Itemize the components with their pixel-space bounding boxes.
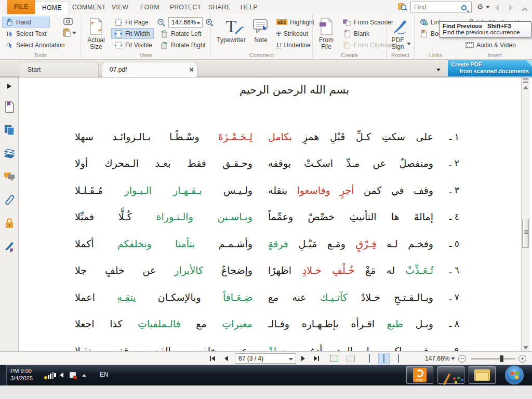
hand-tool-button[interactable]: Hand <box>2 17 50 28</box>
select-annotation-icon <box>5 41 14 49</box>
tab-home[interactable]: HOME <box>35 1 69 14</box>
pdf-sign-button[interactable]: PDF Sign <box>389 16 413 50</box>
hidden-icons-arrow[interactable] <box>82 374 86 377</box>
pages-panel-icon[interactable] <box>4 124 15 136</box>
select-annotation-button[interactable]: Select Annotation <box>2 39 74 50</box>
signature-panel-icon[interactable] <box>4 241 15 252</box>
zoom-combobox[interactable]: 147.66% <box>168 17 203 28</box>
find-search-icon[interactable] <box>461 3 467 12</box>
scroll-up-arrow[interactable] <box>523 86 528 89</box>
from-file-button[interactable]: From File <box>316 16 337 50</box>
fit-width-button[interactable]: Fit Width <box>111 28 154 39</box>
underline-label: Underline <box>284 42 310 49</box>
find-options-button[interactable]: ⚙ <box>477 3 490 11</box>
verse-hemistich-right: وبـالـفـتـحِ خـلادٌ كآتـيـك عنه مع <box>268 291 433 303</box>
scroll-down-arrow[interactable] <box>523 346 528 350</box>
facing-view-button[interactable] <box>393 352 404 365</box>
select-text-button[interactable]: T Select Text <box>2 28 60 39</box>
rotate-left-label: Rotate Left <box>171 30 202 37</box>
tab-start-label: Start <box>28 66 41 73</box>
scrollbar-thumb[interactable] <box>522 219 529 248</box>
page-number-box[interactable]: 67 (3 / 4) <box>235 353 296 364</box>
network-icon[interactable] <box>46 372 54 379</box>
highlight-label: Highlight <box>290 19 314 26</box>
zoom-out-button[interactable]: − <box>458 352 466 365</box>
single-page-view-button[interactable] <box>364 352 375 365</box>
strikeout-icon: T <box>276 30 281 38</box>
verse-line: ٥ ـوفخـم لـه فِـرْقٍ ومَـع مَيْـلِ فرقةٍ… <box>19 230 521 257</box>
next-page-button[interactable] <box>301 352 305 365</box>
fit-visible-button[interactable]: Fit Visible <box>111 39 156 50</box>
tab-start[interactable]: Start <box>20 62 99 77</box>
find-previous-button[interactable] <box>495 4 499 13</box>
comments-panel-icon[interactable] <box>4 171 15 182</box>
zoom-in-button[interactable]: + <box>518 352 526 365</box>
verse-hemistich-right: وقف في كمن أجرٍ وفاسعوا بنقله <box>268 184 433 196</box>
tab-file[interactable]: FILE <box>7 0 35 14</box>
continuous-facing-view-button[interactable] <box>408 352 420 365</box>
attachments-panel-icon[interactable] <box>4 194 15 206</box>
from-scanner-button[interactable]: From Scanner <box>340 17 385 28</box>
continuous-view-button[interactable] <box>378 352 390 365</box>
scrollbar-split-handle[interactable] <box>523 78 528 83</box>
verse-line: ٢ ـومنفصلٌ عن مـدِّ اسكـتْ بوقفهوحـقـق ف… <box>19 150 521 177</box>
language-indicator[interactable]: EN <box>100 371 109 378</box>
last-page-button[interactable] <box>314 352 319 365</box>
previous-page-button[interactable] <box>224 352 228 365</box>
clipboard-button[interactable] <box>62 28 76 37</box>
volume-icon[interactable] <box>60 373 63 378</box>
note-icon <box>252 16 269 37</box>
actual-size-button[interactable]: Actual Size <box>84 16 108 50</box>
audio-video-button[interactable]: Audio & Video <box>462 39 521 50</box>
show-desktop-button[interactable] <box>0 365 7 385</box>
highlight-button[interactable]: abc Highlight <box>273 17 311 28</box>
tab-view[interactable]: VIEW <box>105 1 135 14</box>
underline-button[interactable]: U Underline <box>273 39 312 50</box>
collapse-ribbon-button[interactable] <box>523 5 527 15</box>
previous-view-button[interactable] <box>327 352 341 365</box>
zoom-slider[interactable] <box>471 358 515 360</box>
pdf-page[interactable]: بسم الله الرحمن الرحيم ١ ـعلى سكتِ كـلِّ… <box>19 77 521 351</box>
taskbar-paint-button[interactable] <box>437 366 464 384</box>
security-panel-icon[interactable] <box>4 218 15 229</box>
taskbar-foxit-button[interactable]: PDF <box>406 366 433 384</box>
tab-document[interactable]: 07.pdf × <box>102 62 197 77</box>
windows-taskbar: PM 9:00 3/4/2025 EN PDF <box>0 365 532 385</box>
taskbar-clock[interactable]: PM 9:00 3/4/2025 <box>10 367 33 382</box>
close-tab-icon[interactable]: × <box>189 65 193 74</box>
tab-help[interactable]: HELP <box>234 1 264 14</box>
svg-text:T: T <box>6 30 10 37</box>
create-pdf-banner[interactable]: Create PDF from scanned documents <box>448 60 532 76</box>
blank-button[interactable]: Blank <box>340 28 369 39</box>
rotate-right-button[interactable]: Rotate Right <box>157 39 207 50</box>
search-files-icon[interactable] <box>398 3 407 11</box>
verse-hemistich-left: ضِـعَـافاً وبالإسكـان يتقِـهِ اعملا <box>75 291 252 303</box>
fit-page-button[interactable]: Fit Page <box>111 17 152 28</box>
next-view-button <box>344 352 357 365</box>
typewriter-button[interactable]: T Typewriter <box>215 16 247 44</box>
first-page-button[interactable] <box>210 352 215 365</box>
tab-list-button[interactable] <box>436 65 441 74</box>
start-button[interactable] <box>505 366 524 384</box>
strikeout-button[interactable]: T Strikeout <box>273 28 312 39</box>
tab-share[interactable]: SHARE <box>202 1 237 14</box>
zoom-menu-caret[interactable] <box>451 352 455 365</box>
vertical-scrollbar[interactable] <box>521 77 530 351</box>
verse-hemistich-right: تُـعَـذِّبْ له مَعْ خُـلْفِ خـلادٍ اظهرً… <box>268 264 433 276</box>
zoom-percentage[interactable]: 147.66% <box>425 352 449 365</box>
fit-page-icon <box>114 18 123 26</box>
select-annotation-label: Select Annotation <box>16 42 64 49</box>
zoom-slider-thumb[interactable] <box>500 355 503 362</box>
bookmarks-panel-icon[interactable] <box>4 101 15 113</box>
find-next-button[interactable] <box>509 4 513 13</box>
snapshot-button[interactable] <box>63 17 73 25</box>
note-button[interactable]: Note <box>250 16 271 44</box>
expand-panel-icon[interactable] <box>4 81 15 92</box>
layers-panel-icon[interactable] <box>4 148 15 159</box>
zoom-out-icon[interactable] <box>157 18 166 27</box>
taskbar-explorer-button[interactable] <box>469 366 496 384</box>
tab-form[interactable]: FORM <box>134 1 166 14</box>
battery-icon[interactable] <box>70 372 76 378</box>
rotate-left-button[interactable]: Rotate Left <box>157 28 205 39</box>
verse-hemistich-left: وأشـمـم بتأمنا ونخلقكم أكملا <box>75 238 252 249</box>
